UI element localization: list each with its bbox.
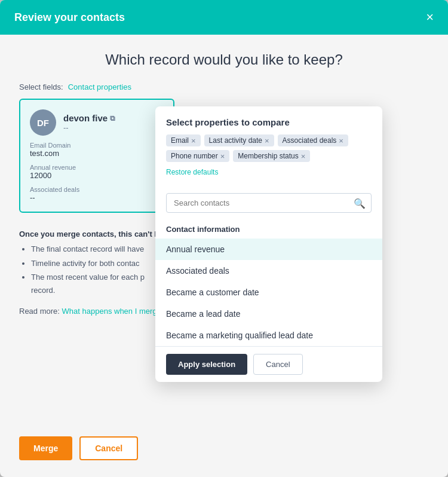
- modal-body: Which record would you like to keep? Sel…: [0, 35, 448, 436]
- contact-field-annual-revenue: Annual revenue 12000: [30, 164, 164, 180]
- merge-button[interactable]: Merge: [19, 436, 72, 460]
- dropdown-panel-header: Select properties to compare Email × Las…: [155, 106, 382, 186]
- tag-membership-status: Membership status ×: [233, 150, 310, 162]
- modal-close-button[interactable]: ×: [426, 11, 434, 24]
- dropdown-cancel-button[interactable]: Cancel: [253, 354, 302, 375]
- tag-remove-email[interactable]: ×: [191, 137, 196, 145]
- list-item-became-lead[interactable]: Became a lead date: [155, 303, 382, 325]
- contact-name: devon five ⧉: [63, 113, 115, 123]
- contact-name-wrapper: devon five ⧉ --: [63, 113, 115, 132]
- modal-header: Review your contacts ×: [0, 0, 448, 35]
- tag-remove-phone-number[interactable]: ×: [220, 152, 225, 160]
- search-input[interactable]: [166, 193, 372, 213]
- tag-associated-deals: Associated deals ×: [278, 134, 348, 146]
- contact-properties-link[interactable]: Contact properties: [68, 82, 131, 91]
- list-item-associated-deals[interactable]: Associated deals: [155, 260, 382, 282]
- tag-last-activity-date: Last activity date ×: [204, 134, 274, 146]
- dropdown-title: Select properties to compare: [166, 117, 372, 127]
- modal-title: Review your contacts: [14, 11, 125, 24]
- tags-row: Email × Last activity date × Associated …: [166, 134, 372, 162]
- tag-email: Email ×: [166, 134, 201, 146]
- cancel-button[interactable]: Cancel: [79, 436, 138, 460]
- avatar: DF: [30, 109, 56, 136]
- list-item-became-mql[interactable]: Became a marketing qualified lead date: [155, 325, 382, 346]
- search-icon: 🔍: [354, 197, 366, 209]
- tag-remove-membership-status[interactable]: ×: [301, 152, 306, 160]
- dropdown-footer: Apply selection Cancel: [155, 346, 382, 382]
- list-item-annual-revenue[interactable]: Annual revenue: [155, 239, 382, 260]
- search-box: 🔍: [166, 193, 372, 213]
- restore-defaults-link[interactable]: Restore defaults: [166, 168, 372, 176]
- list-item-became-customer[interactable]: Became a customer date: [155, 282, 382, 303]
- tag-phone-number: Phone number ×: [166, 150, 229, 162]
- list-scroll[interactable]: Annual revenue Associated deals Became a…: [155, 239, 382, 346]
- external-link-icon: ⧉: [110, 114, 115, 123]
- modal-container: Review your contacts × Which record woul…: [0, 0, 448, 477]
- contact-card: DF devon five ⧉ -- Email Domain test.com…: [19, 99, 174, 213]
- tag-remove-associated-deals[interactable]: ×: [339, 137, 343, 145]
- select-fields-row: Select fields: Contact properties: [19, 82, 429, 91]
- apply-selection-button[interactable]: Apply selection: [166, 354, 247, 375]
- select-fields-label: Select fields:: [19, 82, 63, 91]
- contact-field-associated-deals: Associated deals --: [30, 186, 164, 202]
- tag-remove-last-activity[interactable]: ×: [265, 137, 269, 145]
- contact-sub: --: [63, 123, 115, 132]
- contact-field-email-domain: Email Domain test.com: [30, 142, 164, 158]
- modal-footer: Merge Cancel: [0, 436, 448, 477]
- dropdown-panel: Select properties to compare Email × Las…: [155, 106, 382, 382]
- contact-card-header: DF devon five ⧉ --: [30, 109, 164, 136]
- list-section-header: Contact information: [155, 220, 382, 239]
- page-title: Which record would you like to keep?: [19, 51, 429, 68]
